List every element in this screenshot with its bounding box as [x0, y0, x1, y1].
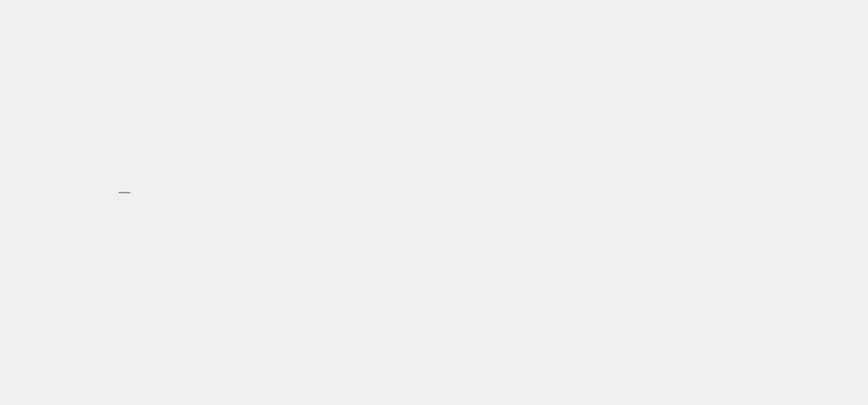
bar-chart-area — [24, 62, 332, 323]
annotation-line — [118, 192, 130, 193]
donut-chart — [369, 78, 574, 283]
donut-area — [355, 62, 588, 299]
page-container — [16, 47, 853, 359]
stacked-bar — [213, 86, 332, 323]
panel-bar-chart — [24, 62, 332, 343]
panel-hbars — [612, 62, 845, 343]
hbar-area — [612, 62, 845, 78]
panel-donut — [355, 62, 588, 343]
